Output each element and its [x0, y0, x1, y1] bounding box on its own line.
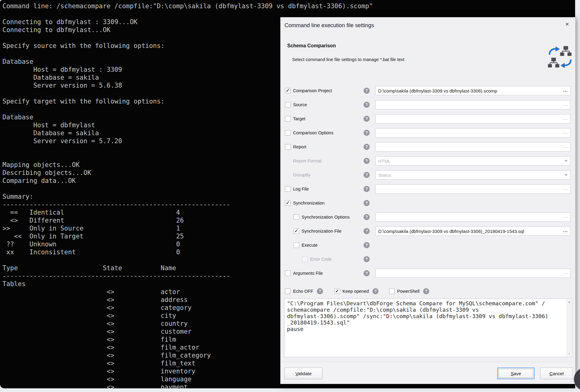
textarea-scrollbar[interactable] — [567, 299, 572, 357]
bat-file-textarea[interactable]: "C:\Program Files\Devart\dbForge Schema … — [284, 299, 572, 357]
row-label: Log File — [293, 187, 309, 191]
row-label: Synchronization Options — [302, 215, 350, 220]
row-label: Target — [293, 116, 305, 121]
help-icon[interactable] — [317, 288, 323, 294]
row-input[interactable] — [375, 100, 571, 109]
row-label: Comparison Project — [293, 88, 332, 93]
row-synchronization-options: Synchronization Options — [281, 210, 575, 224]
dialog-title: Command line execution file settings — [285, 22, 374, 29]
row-checkbox[interactable] — [302, 256, 308, 262]
help-icon[interactable] — [364, 172, 370, 178]
help-icon[interactable] — [364, 116, 370, 122]
row-input[interactable] — [375, 114, 571, 123]
row-checkbox[interactable] — [285, 116, 291, 122]
browse-ellipsis-button[interactable] — [560, 271, 568, 276]
dialog-command-line-settings: Command line execution file settings ✕ S… — [280, 17, 576, 384]
help-icon[interactable] — [364, 214, 370, 220]
help-icon[interactable] — [364, 270, 370, 276]
browse-ellipsis-button[interactable] — [560, 144, 568, 150]
bat-flags-row: Echo OFF Keep opened PowerShell — [281, 286, 575, 296]
section-subtitle: Select command line file settings to man… — [292, 57, 404, 62]
row-checkbox[interactable] — [285, 270, 291, 276]
schema-compare-icon — [547, 45, 573, 69]
keep-opened-checkbox[interactable] — [335, 289, 340, 294]
browse-ellipsis-button[interactable] — [560, 102, 568, 107]
row-comparison-options: Comparison Options — [281, 126, 575, 140]
row-label: Execute — [302, 243, 317, 248]
close-icon[interactable]: ✕ — [564, 21, 571, 28]
dropdown-arrow-icon[interactable] — [564, 160, 568, 162]
browse-ellipsis-button[interactable] — [560, 130, 568, 136]
help-icon[interactable] — [364, 200, 370, 206]
row-target: Target — [281, 112, 575, 126]
row-input[interactable] — [375, 269, 571, 278]
row-input[interactable] — [375, 212, 571, 222]
help-icon[interactable] — [364, 256, 370, 262]
row-input[interactable]: D:\comp\sakila (dbfmylast-3309 vs dbfmyl… — [375, 227, 571, 236]
browse-ellipsis-button[interactable] — [560, 88, 568, 93]
row-groupby: GroupBy Status — [281, 168, 575, 182]
row-arguments-file: Arguments File — [281, 266, 575, 280]
row-input[interactable] — [375, 142, 571, 151]
help-icon[interactable] — [364, 186, 370, 192]
dialog-footer: Validate Save Cancel — [281, 362, 575, 384]
row-input-value: HTML — [378, 158, 562, 164]
screenshot-stage: Command line: /schemacompare /compfile:"… — [0, 0, 580, 392]
help-icon[interactable] — [364, 88, 370, 94]
row-checkbox[interactable] — [285, 186, 291, 192]
row-input[interactable] — [375, 128, 571, 137]
browse-ellipsis-button[interactable] — [560, 116, 568, 122]
row-label: Arguments File — [293, 271, 323, 276]
row-synchronization: Synchronization — [281, 196, 575, 210]
row-checkbox[interactable] — [285, 144, 291, 150]
help-icon[interactable] — [364, 130, 370, 136]
row-checkbox[interactable] — [285, 130, 291, 136]
row-checkbox[interactable] — [285, 88, 291, 93]
help-icon[interactable] — [364, 242, 370, 248]
row-input[interactable]: HTML — [375, 156, 571, 165]
row-input[interactable] — [375, 184, 571, 194]
row-log-file: Log File — [281, 182, 575, 196]
row-input[interactable]: D:\comp\sakila (dbfmylast-3309 vs dbfmyl… — [375, 86, 571, 95]
section-title: Schema Comparison — [287, 43, 336, 49]
help-icon[interactable] — [364, 158, 370, 164]
row-label: GroupBy — [293, 172, 310, 177]
row-label: Report — [293, 144, 306, 149]
scroll-down-icon[interactable] — [567, 352, 572, 355]
row-checkbox[interactable] — [294, 214, 299, 220]
scroll-up-icon[interactable] — [567, 300, 572, 303]
validate-button[interactable]: Validate — [285, 368, 322, 379]
row-input-value: D:\comp\sakila (dbfmylast-3309 vs dbfmyl… — [378, 229, 560, 234]
row-source: Source — [281, 98, 575, 112]
help-icon[interactable] — [364, 102, 370, 108]
row-checkbox[interactable] — [294, 228, 299, 234]
row-report: Report — [281, 140, 575, 154]
row-checkbox[interactable] — [285, 102, 291, 107]
row-label: Synchronization — [293, 201, 324, 205]
row-checkbox[interactable] — [294, 242, 299, 248]
help-icon[interactable] — [423, 288, 429, 294]
row-input[interactable]: Status — [375, 170, 571, 180]
powershell-checkbox[interactable] — [389, 289, 395, 294]
browse-ellipsis-button[interactable] — [560, 229, 568, 234]
help-icon[interactable] — [364, 228, 370, 234]
flag-keep-opened: Keep opened — [335, 286, 379, 296]
row-label: Comparison Options — [293, 130, 333, 135]
cancel-button[interactable]: Cancel — [540, 368, 573, 379]
row-execute: Execute — [281, 238, 575, 252]
browse-ellipsis-button[interactable] — [560, 215, 568, 220]
row-report-format: Report Format HTML — [281, 154, 575, 168]
browse-ellipsis-button[interactable] — [560, 187, 568, 192]
dropdown-arrow-icon[interactable] — [564, 174, 568, 176]
row-input-value: Status — [378, 172, 562, 178]
row-synchronization-file: Synchronization File D:\comp\sakila (dbf… — [281, 224, 575, 238]
echo-off-checkbox[interactable] — [285, 289, 291, 294]
resize-grip[interactable] — [570, 378, 574, 383]
help-icon[interactable] — [372, 288, 379, 294]
flag-powershell: PowerShell — [389, 286, 429, 296]
help-icon[interactable] — [364, 144, 370, 150]
save-button[interactable]: Save — [497, 368, 535, 379]
row-label: Error Code — [310, 257, 332, 262]
bat-file-text: "C:\Program Files\Devart\dbForge Schema … — [285, 299, 572, 357]
row-checkbox[interactable] — [285, 200, 291, 206]
